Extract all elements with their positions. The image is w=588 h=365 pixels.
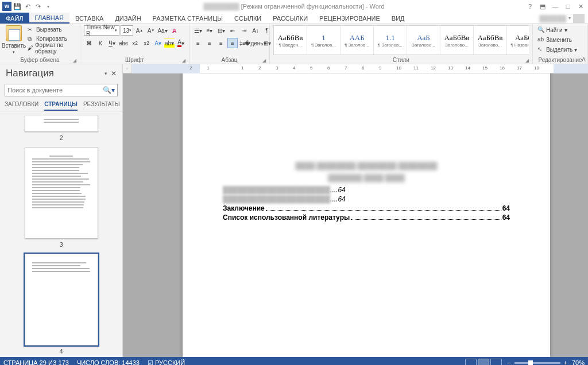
document-page[interactable]: ████ ████████ ████████ ████████ ███████ …	[183, 73, 550, 357]
page-thumb[interactable]: 4	[0, 254, 122, 355]
ribbon-display-icon[interactable]: ⬒	[539, 3, 547, 10]
nav-search-input[interactable]	[7, 87, 103, 94]
toc-entry[interactable]: ██████████████████████....64	[223, 195, 510, 203]
zoom-level[interactable]: 70%	[572, 359, 585, 365]
clear-formatting-icon[interactable]: A̷	[169, 25, 179, 36]
zoom-in-icon[interactable]: +	[564, 359, 567, 365]
undo-icon[interactable]: ↶	[23, 2, 32, 11]
align-right-icon[interactable]: ≡	[216, 38, 226, 48]
style-item[interactable]: АаБбВвЗаголово...	[474, 26, 507, 55]
font-name-combo[interactable]: Times New R▾	[84, 25, 119, 36]
styles-dialog-launcher[interactable]: ◢	[525, 58, 529, 63]
highlight-icon[interactable]: ab▾	[164, 38, 175, 48]
help-icon[interactable]: ?	[526, 3, 534, 10]
nav-close-icon[interactable]: ✕	[111, 69, 117, 77]
page-thumb[interactable]: 3	[0, 147, 122, 248]
tab-view[interactable]: ВИД	[386, 13, 411, 24]
style-item[interactable]: 1¶ Заголов...	[307, 26, 341, 55]
increase-indent-icon[interactable]: ⇥	[239, 25, 249, 36]
format-painter-button[interactable]: 🖌Формат по образцу	[26, 44, 76, 52]
tab-references[interactable]: ССЫЛКИ	[229, 13, 267, 24]
paste-button[interactable]: Вставить ▾	[3, 25, 24, 55]
text-effects-icon[interactable]: A▾	[153, 38, 163, 48]
toc-entry[interactable]: Заключение64	[223, 204, 510, 212]
underline-icon[interactable]: Ч▾	[107, 38, 117, 48]
view-web-icon[interactable]	[490, 359, 502, 365]
search-icon[interactable]: 🔍▾	[103, 86, 115, 94]
nav-thumbnails[interactable]: 234	[0, 111, 122, 357]
replace-button[interactable]: abЗаменить	[536, 35, 573, 44]
bullets-icon[interactable]: ☰▾	[193, 25, 203, 36]
ruler-corner[interactable]: ▫	[123, 64, 132, 73]
change-case-icon[interactable]: Aa▾	[157, 25, 168, 36]
bold-icon[interactable]: Ж	[84, 38, 94, 48]
toc-heading-blurred: ████ ████████ ████████ ████████	[223, 162, 510, 170]
tab-insert[interactable]: ВСТАВКА	[69, 13, 109, 24]
toc-entry[interactable]: ██████████████████████....64	[223, 186, 510, 194]
paragraph-dialog-launcher[interactable]: ◢	[262, 58, 266, 63]
account-area[interactable]: ██████ ▾	[539, 13, 588, 24]
collapse-ribbon-icon[interactable]: ᐱ	[582, 56, 586, 63]
align-center-icon[interactable]: ≡	[204, 38, 215, 48]
minimize-icon[interactable]: —	[551, 3, 559, 10]
status-words[interactable]: ЧИСЛО СЛОВ: 14433	[77, 359, 140, 365]
style-item[interactable]: АаБбВвЗаголово...	[440, 26, 474, 55]
page-thumb[interactable]: 2	[0, 115, 122, 141]
tab-home[interactable]: ГЛАВНАЯ	[29, 13, 69, 24]
select-button[interactable]: ↖Выделить ▾	[536, 45, 578, 54]
sort-icon[interactable]: A↓	[250, 25, 261, 36]
nav-tab-headings[interactable]: ЗАГОЛОВКИ	[5, 101, 38, 111]
style-item[interactable]: АаБЗаголово...	[407, 26, 440, 55]
tab-file[interactable]: ФАЙЛ	[0, 13, 29, 24]
view-print-icon[interactable]	[478, 359, 489, 365]
tab-review[interactable]: РЕЦЕНЗИРОВАНИЕ	[314, 13, 386, 24]
style-item[interactable]: 1.1¶ Заголов...	[374, 26, 407, 55]
nav-search[interactable]: 🔍▾	[5, 84, 118, 96]
styles-gallery[interactable]: АаБбВв¶ Введен...1¶ Заголов...ААБ¶ Загол…	[273, 25, 529, 55]
nav-tab-results[interactable]: РЕЗУЛЬТАТЫ	[83, 101, 120, 111]
subscript-icon[interactable]: x2	[130, 38, 140, 48]
shrink-font-icon[interactable]: A▼	[146, 25, 156, 36]
status-language[interactable]: ☑ РУССКИЙ	[148, 359, 185, 366]
font-color-icon[interactable]: A▾	[176, 38, 186, 48]
decrease-indent-icon[interactable]: ⇤	[227, 25, 238, 36]
horizontal-ruler[interactable]: 21123456789101112131415161718	[132, 64, 588, 73]
style-item[interactable]: ААБ¶ Заголов...	[341, 26, 374, 55]
superscript-icon[interactable]: x2	[141, 38, 152, 48]
shading-icon[interactable]: �день▾	[250, 38, 261, 48]
multilevel-icon[interactable]: ⊟▾	[216, 25, 226, 36]
maximize-icon[interactable]: □	[564, 3, 572, 10]
cut-button[interactable]: ✂Вырезать	[26, 25, 76, 34]
tab-layout[interactable]: РАЗМЕТКА СТРАНИЦЫ	[147, 13, 229, 24]
align-left-icon[interactable]: ≡	[193, 38, 203, 48]
tab-mailings[interactable]: РАССЫЛКИ	[267, 13, 314, 24]
view-read-icon[interactable]	[465, 359, 477, 365]
toc-entry[interactable]: Список использованной литературы64	[223, 213, 510, 222]
clipboard-dialog-launcher[interactable]: ◢	[73, 58, 76, 63]
zoom-out-icon[interactable]: −	[507, 359, 510, 365]
grow-font-icon[interactable]: A▲	[134, 25, 145, 36]
page-canvas[interactable]: ████ ████████ ████████ ████████ ███████ …	[123, 73, 588, 357]
find-icon: 🔍	[537, 26, 544, 33]
justify-icon[interactable]: ≡	[227, 38, 238, 48]
close-icon[interactable]: ✕	[577, 3, 585, 10]
style-item[interactable]: АаБбВв¶ Введен...	[274, 26, 307, 55]
group-font: Times New R▾ 13▾ A▲ A▼ Aa▾ A̷ Ж К Ч▾ abc…	[80, 24, 189, 64]
style-item[interactable]: АаБб¶ Названи...	[507, 26, 529, 55]
qat-dropdown-icon[interactable]: ▾	[44, 2, 53, 11]
group-editing-label: Редактирование	[538, 57, 582, 63]
status-page[interactable]: СТРАНИЦА 29 ИЗ 173	[3, 359, 69, 365]
title-bar: W 💾 ↶ ↷ ▾ ████████ [Режим ограниченной ф…	[0, 0, 588, 13]
redo-icon[interactable]: ↷	[33, 2, 42, 11]
strike-icon[interactable]: abc	[118, 38, 129, 48]
nav-tab-pages[interactable]: СТРАНИЦЫ	[44, 101, 78, 111]
italic-icon[interactable]: К	[95, 38, 106, 48]
font-dialog-launcher[interactable]: ◢	[182, 58, 185, 63]
tab-design[interactable]: ДИЗАЙН	[109, 13, 146, 24]
numbering-icon[interactable]: ≡▾	[204, 25, 215, 36]
font-size-combo[interactable]: 13▾	[121, 25, 133, 36]
save-icon[interactable]: 💾	[13, 2, 22, 11]
find-button[interactable]: 🔍Найти ▾	[536, 25, 568, 34]
nav-pin-icon[interactable]: ▾	[105, 71, 107, 76]
zoom-slider[interactable]	[514, 362, 560, 364]
